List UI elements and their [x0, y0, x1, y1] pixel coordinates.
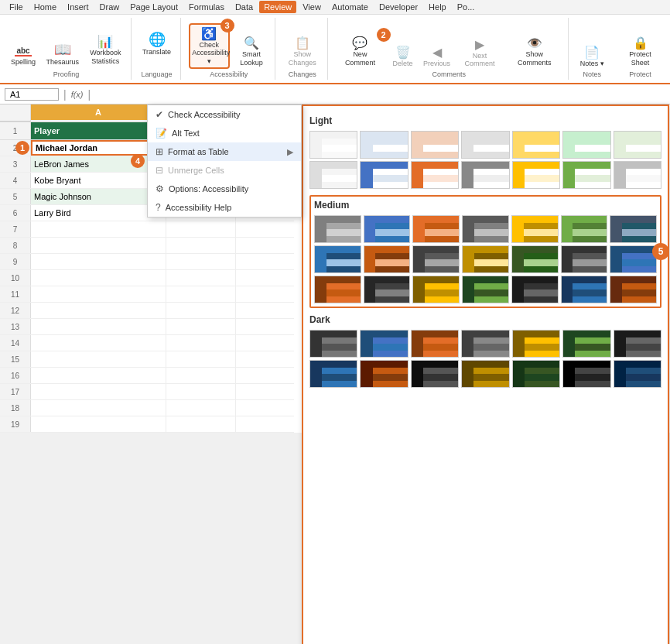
- menu-insert[interactable]: Insert: [63, 1, 94, 13]
- menu-po[interactable]: Po...: [453, 1, 480, 13]
- table-style-swatch[interactable]: [614, 131, 661, 159]
- table-style-swatch[interactable]: [309, 161, 357, 189]
- cell-a3[interactable]: LeBron James: [31, 156, 166, 172]
- table-style-swatch[interactable]: [309, 330, 357, 358]
- table-style-swatch[interactable]: [512, 161, 560, 189]
- protect-button[interactable]: 🔒 Protect Sheet: [621, 34, 659, 69]
- table-style-swatch[interactable]: [412, 276, 460, 303]
- cell-a8[interactable]: [31, 238, 166, 253]
- table-style-swatch[interactable]: [411, 131, 459, 159]
- table-style-swatch[interactable]: [561, 215, 608, 243]
- table-style-swatch[interactable]: [412, 245, 460, 273]
- show-changes-button[interactable]: 📋 Show Changes: [283, 34, 321, 69]
- previous-comment-button[interactable]: ◀ Previous: [422, 43, 453, 69]
- table-style-swatch[interactable]: [360, 161, 408, 189]
- cell-a6[interactable]: Larry Bird: [31, 205, 166, 221]
- table-style-swatch[interactable]: [360, 360, 408, 388]
- table-style-swatch[interactable]: [360, 330, 408, 358]
- table-style-swatch[interactable]: [561, 245, 608, 273]
- cell-c12[interactable]: [236, 303, 294, 318]
- table-style-swatch[interactable]: [610, 245, 657, 273]
- dropdown-check-accessibility[interactable]: ✔ Check Accessibility: [148, 105, 301, 124]
- cell-b18[interactable]: [166, 400, 236, 416]
- table-style-swatch[interactable]: [411, 161, 459, 189]
- table-style-swatch[interactable]: [461, 161, 509, 189]
- table-style-swatch[interactable]: [614, 161, 661, 189]
- table-style-swatch[interactable]: [411, 360, 459, 388]
- menu-data[interactable]: Data: [231, 1, 258, 13]
- cell-c8[interactable]: [236, 238, 294, 253]
- formula-input[interactable]: [95, 90, 665, 99]
- cell-a18[interactable]: [31, 400, 166, 416]
- cell-b7[interactable]: [166, 221, 236, 237]
- table-style-swatch[interactable]: [462, 245, 509, 273]
- cell-a4[interactable]: Kobe Bryant: [31, 173, 166, 188]
- cell-c15[interactable]: [236, 351, 294, 367]
- table-style-swatch[interactable]: [511, 245, 559, 273]
- table-style-swatch[interactable]: [314, 276, 361, 303]
- cell-b14[interactable]: [166, 335, 236, 351]
- menu-developer[interactable]: Developer: [374, 1, 422, 13]
- cell-c9[interactable]: [236, 254, 294, 269]
- cell-a17[interactable]: [31, 384, 166, 399]
- menu-draw[interactable]: Draw: [95, 1, 125, 13]
- delete-comment-button[interactable]: 🗑️ Delete: [388, 43, 419, 69]
- menu-review[interactable]: Review: [259, 1, 296, 13]
- table-style-swatch[interactable]: [610, 215, 657, 243]
- cell-c17[interactable]: [236, 384, 294, 399]
- cell-a12[interactable]: [31, 303, 166, 318]
- table-style-swatch[interactable]: [364, 276, 411, 303]
- cell-b19[interactable]: [166, 416, 236, 432]
- table-style-swatch[interactable]: [309, 360, 357, 388]
- table-style-swatch[interactable]: [511, 276, 559, 303]
- cell-b10[interactable]: [166, 270, 236, 286]
- menu-formulas[interactable]: Formulas: [184, 1, 229, 13]
- table-style-swatch[interactable]: [562, 161, 610, 189]
- cell-b13[interactable]: [166, 319, 236, 334]
- table-style-swatch[interactable]: [511, 215, 559, 243]
- cell-a9[interactable]: [31, 254, 166, 269]
- dropdown-format-as-table[interactable]: ⊞ Format as Table ▶ 4: [148, 142, 301, 161]
- cell-c18[interactable]: [236, 400, 294, 416]
- cell-b9[interactable]: [166, 254, 236, 269]
- table-style-swatch[interactable]: [512, 360, 560, 388]
- menu-file[interactable]: File: [5, 1, 28, 13]
- cell-b17[interactable]: [166, 384, 236, 399]
- table-style-swatch[interactable]: [614, 360, 661, 388]
- menu-page-layout[interactable]: Page Layout: [125, 1, 183, 13]
- cell-c7[interactable]: [236, 221, 294, 237]
- cell-a14[interactable]: [31, 335, 166, 351]
- col-header-a[interactable]: A: [31, 104, 166, 120]
- cell-a13[interactable]: [31, 319, 166, 334]
- cell-a19[interactable]: [31, 416, 166, 432]
- cell-b8[interactable]: [166, 238, 236, 253]
- table-style-swatch[interactable]: [314, 215, 361, 243]
- cell-a10[interactable]: [31, 270, 166, 286]
- table-style-swatch[interactable]: [610, 276, 657, 303]
- menu-automate[interactable]: Automate: [327, 1, 373, 13]
- cell-a7[interactable]: [31, 221, 166, 237]
- dropdown-accessibility-help[interactable]: ? Accessibility Help: [148, 198, 301, 217]
- workbook-stats-button[interactable]: 📊 Workbook Statistics: [87, 33, 125, 67]
- cell-b12[interactable]: [166, 303, 236, 318]
- cell-b15[interactable]: [166, 351, 236, 367]
- notes-button[interactable]: 📄 Notes ▾: [576, 43, 607, 69]
- new-comment-button[interactable]: 💬 New Comment 2: [336, 34, 384, 69]
- table-style-swatch[interactable]: [512, 330, 560, 358]
- dropdown-options-accessibility[interactable]: ⚙ Options: Accessibility: [148, 180, 301, 198]
- table-style-swatch[interactable]: [562, 131, 610, 159]
- cell-b11[interactable]: [166, 286, 236, 302]
- smart-lookup-button[interactable]: 🔍 Smart Lookup: [234, 34, 269, 69]
- table-style-swatch[interactable]: [461, 330, 509, 358]
- table-style-swatch[interactable]: [462, 276, 509, 303]
- show-comments-button[interactable]: 👁️ Show Comments: [508, 34, 562, 69]
- table-style-swatch[interactable]: [309, 131, 357, 159]
- table-style-swatch[interactable]: [561, 276, 608, 303]
- cell-c14[interactable]: [236, 335, 294, 351]
- cell-a5[interactable]: Magic Johnson: [31, 189, 166, 204]
- table-style-swatch[interactable]: [462, 215, 509, 243]
- cell-a16[interactable]: [31, 368, 166, 383]
- table-style-swatch[interactable]: [364, 215, 411, 243]
- cell-c16[interactable]: [236, 368, 294, 383]
- name-box[interactable]: A1: [5, 88, 59, 101]
